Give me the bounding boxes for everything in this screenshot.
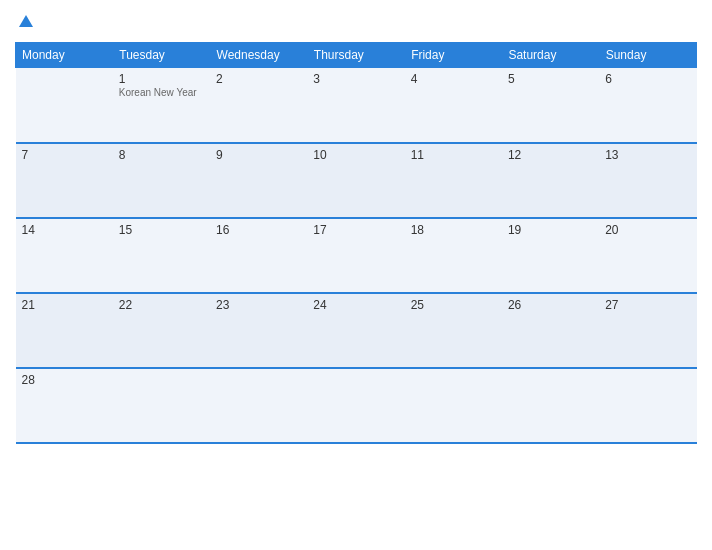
day-number: 4 bbox=[411, 72, 496, 86]
event-label: Korean New Year bbox=[119, 87, 204, 98]
calendar-cell: 7 bbox=[16, 143, 113, 218]
calendar-cell: 24 bbox=[307, 293, 404, 368]
calendar-cell bbox=[502, 368, 599, 443]
calendar-cell bbox=[307, 368, 404, 443]
day-number: 1 bbox=[119, 72, 204, 86]
day-number: 8 bbox=[119, 148, 204, 162]
calendar-cell bbox=[210, 368, 307, 443]
day-number: 10 bbox=[313, 148, 398, 162]
day-number: 7 bbox=[22, 148, 107, 162]
calendar-cell: 9 bbox=[210, 143, 307, 218]
day-number: 23 bbox=[216, 298, 301, 312]
day-number: 3 bbox=[313, 72, 398, 86]
calendar-cell: 4 bbox=[405, 68, 502, 143]
calendar-cell: 6 bbox=[599, 68, 696, 143]
weekday-header-saturday: Saturday bbox=[502, 43, 599, 68]
day-number: 19 bbox=[508, 223, 593, 237]
calendar-cell: 12 bbox=[502, 143, 599, 218]
calendar-cell bbox=[113, 368, 210, 443]
week-row-1: 1Korean New Year23456 bbox=[16, 68, 697, 143]
day-number: 18 bbox=[411, 223, 496, 237]
calendar-cell: 10 bbox=[307, 143, 404, 218]
day-number: 28 bbox=[22, 373, 107, 387]
calendar-cell bbox=[405, 368, 502, 443]
day-number: 5 bbox=[508, 72, 593, 86]
calendar-cell bbox=[16, 68, 113, 143]
logo bbox=[15, 15, 33, 27]
calendar-cell: 8 bbox=[113, 143, 210, 218]
calendar-table: MondayTuesdayWednesdayThursdayFridaySatu… bbox=[15, 42, 697, 444]
calendar-cell: 19 bbox=[502, 218, 599, 293]
day-number: 17 bbox=[313, 223, 398, 237]
day-number: 2 bbox=[216, 72, 301, 86]
day-number: 24 bbox=[313, 298, 398, 312]
day-number: 25 bbox=[411, 298, 496, 312]
calendar-cell: 11 bbox=[405, 143, 502, 218]
day-number: 12 bbox=[508, 148, 593, 162]
calendar-cell: 17 bbox=[307, 218, 404, 293]
week-row-3: 14151617181920 bbox=[16, 218, 697, 293]
calendar-cell bbox=[599, 368, 696, 443]
calendar-cell: 1Korean New Year bbox=[113, 68, 210, 143]
day-number: 16 bbox=[216, 223, 301, 237]
calendar-cell: 22 bbox=[113, 293, 210, 368]
calendar-cell: 20 bbox=[599, 218, 696, 293]
day-number: 26 bbox=[508, 298, 593, 312]
day-number: 15 bbox=[119, 223, 204, 237]
day-number: 14 bbox=[22, 223, 107, 237]
week-row-5: 28 bbox=[16, 368, 697, 443]
logo-blue-row bbox=[15, 15, 33, 27]
calendar-cell: 2 bbox=[210, 68, 307, 143]
calendar-cell: 16 bbox=[210, 218, 307, 293]
weekday-header-tuesday: Tuesday bbox=[113, 43, 210, 68]
weekday-header-sunday: Sunday bbox=[599, 43, 696, 68]
calendar-cell: 18 bbox=[405, 218, 502, 293]
calendar-cell: 28 bbox=[16, 368, 113, 443]
day-number: 22 bbox=[119, 298, 204, 312]
calendar-cell: 15 bbox=[113, 218, 210, 293]
calendar-cell: 13 bbox=[599, 143, 696, 218]
weekday-header-thursday: Thursday bbox=[307, 43, 404, 68]
calendar-cell: 26 bbox=[502, 293, 599, 368]
calendar-cell: 27 bbox=[599, 293, 696, 368]
weekday-header-monday: Monday bbox=[16, 43, 113, 68]
calendar-cell: 21 bbox=[16, 293, 113, 368]
calendar-cell: 5 bbox=[502, 68, 599, 143]
calendar-container: MondayTuesdayWednesdayThursdayFridaySatu… bbox=[0, 0, 712, 550]
day-number: 9 bbox=[216, 148, 301, 162]
day-number: 6 bbox=[605, 72, 690, 86]
week-row-2: 78910111213 bbox=[16, 143, 697, 218]
day-number: 27 bbox=[605, 298, 690, 312]
logo-triangle-icon bbox=[19, 15, 33, 27]
day-number: 21 bbox=[22, 298, 107, 312]
weekday-header-friday: Friday bbox=[405, 43, 502, 68]
calendar-cell: 23 bbox=[210, 293, 307, 368]
day-number: 13 bbox=[605, 148, 690, 162]
calendar-cell: 14 bbox=[16, 218, 113, 293]
day-number: 20 bbox=[605, 223, 690, 237]
weekday-header-row: MondayTuesdayWednesdayThursdayFridaySatu… bbox=[16, 43, 697, 68]
weekday-header-wednesday: Wednesday bbox=[210, 43, 307, 68]
day-number: 11 bbox=[411, 148, 496, 162]
week-row-4: 21222324252627 bbox=[16, 293, 697, 368]
calendar-header bbox=[15, 10, 697, 32]
calendar-cell: 3 bbox=[307, 68, 404, 143]
calendar-cell: 25 bbox=[405, 293, 502, 368]
